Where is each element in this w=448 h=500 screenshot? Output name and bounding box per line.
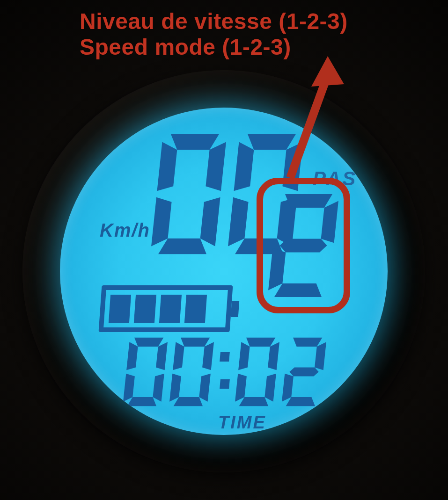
svg-marker-36: [286, 397, 316, 406]
svg-marker-0: [169, 134, 219, 150]
annotation-line-2: Speed mode (1-2-3): [80, 34, 348, 60]
svg-marker-5: [199, 197, 220, 246]
svg-marker-29: [245, 338, 275, 347]
svg-marker-2: [157, 142, 178, 191]
speed-unit-label: Km/h: [100, 220, 150, 241]
annotation-text: Niveau de vitesse (1-2-3) Speed mode (1-…: [80, 8, 348, 60]
svg-marker-30: [239, 397, 269, 406]
annotation-highlight-box: [257, 178, 350, 313]
svg-marker-24: [174, 397, 204, 406]
time-label: TIME: [218, 413, 266, 433]
svg-marker-35: [292, 338, 322, 347]
battery-indicator: [100, 285, 231, 332]
svg-marker-28: [199, 374, 211, 402]
svg-marker-6: [246, 134, 296, 150]
time-value: [123, 334, 326, 411]
svg-marker-18: [127, 397, 157, 406]
svg-marker-31: [238, 342, 250, 370]
svg-marker-1: [158, 239, 208, 254]
svg-marker-34: [264, 374, 276, 402]
svg-marker-17: [133, 338, 163, 347]
svg-marker-8: [234, 142, 255, 191]
svg-marker-23: [180, 338, 210, 347]
svg-marker-37: [289, 367, 319, 376]
svg-marker-19: [126, 342, 138, 370]
svg-marker-22: [152, 374, 164, 402]
annotation-line-1: Niveau de vitesse (1-2-3): [80, 8, 348, 34]
svg-marker-25: [173, 342, 185, 370]
time-colon: [220, 334, 229, 406]
